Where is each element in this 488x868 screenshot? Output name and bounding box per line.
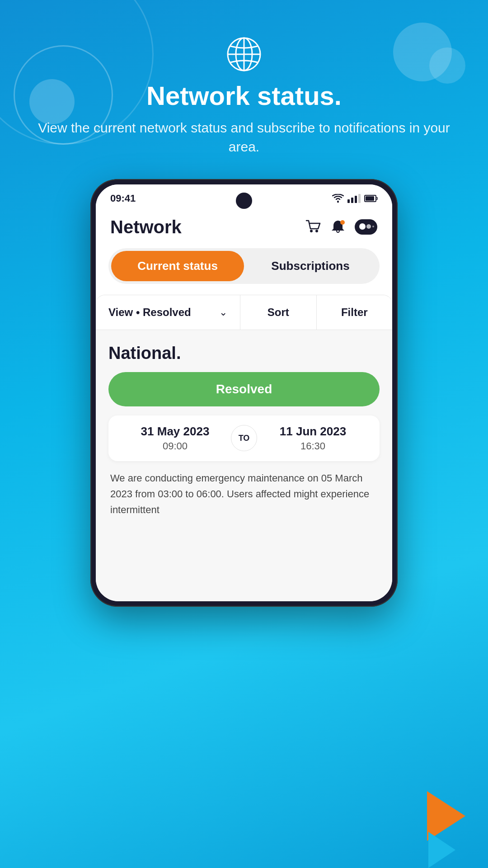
wifi-icon [332,194,344,203]
phone-container: 09:41 [0,179,488,607]
globe-icon [226,36,262,72]
signal-icon [347,194,361,203]
start-time: 09:00 [163,440,188,452]
svg-point-10 [341,221,344,224]
svg-rect-6 [366,196,374,201]
tab-switcher: Current status Subscriptions [96,248,392,295]
resolved-status-badge: Resolved [108,372,380,406]
start-date-block: 31 May 2023 09:00 [119,425,231,452]
cart-icon[interactable] [305,219,322,235]
status-time: 09:41 [110,193,136,204]
page-subtitle: View the current network status and subs… [0,118,488,156]
section-national-title: National. [108,344,380,363]
filter-chevron-icon: ⌄ [219,307,227,318]
header-section: Network status. View the current network… [0,0,488,175]
end-time: 16:30 [300,440,325,452]
svg-point-13 [366,224,371,229]
incident-description: We are conducting emergency maintenance … [108,470,380,518]
page-title: Network status. [0,81,488,110]
bell-icon[interactable] [330,219,346,235]
orange-arrow-icon [427,791,465,841]
svg-point-14 [372,226,374,227]
svg-point-4 [337,201,339,203]
tab-container: Current status Subscriptions [108,248,380,284]
svg-point-8 [315,230,318,232]
app-header-icons [305,219,378,235]
account-icon[interactable] [354,219,378,235]
content-area: National. Resolved 31 May 2023 09:00 TO … [96,330,392,601]
camera-notch [236,193,252,209]
battery-icon [364,194,378,203]
app-header: Network [96,208,392,248]
filter-bar: View • Resolved ⌄ Sort Filter [96,295,392,330]
end-date: 11 Jun 2023 [257,425,369,439]
phone-screen: 09:41 [96,184,392,601]
tab-current-status[interactable]: Current status [111,251,244,281]
app-title: Network [110,217,182,237]
status-icons [332,194,378,203]
start-date: 31 May 2023 [119,425,231,439]
view-label: View • Resolved [108,306,191,319]
svg-point-7 [310,230,313,232]
date-range-card: 31 May 2023 09:00 TO 11 Jun 2023 16:30 [108,415,380,461]
arrow-decoration [420,796,465,868]
to-separator: TO [231,425,257,451]
tab-subscriptions[interactable]: Subscriptions [244,251,377,281]
phone-frame: 09:41 [90,179,398,607]
status-bar: 09:41 [96,184,392,208]
filter-button[interactable]: Filter [317,295,393,330]
sort-button[interactable]: Sort [240,295,317,330]
blue-arrow-icon [428,832,455,868]
view-resolved-filter[interactable]: View • Resolved ⌄ [96,295,240,330]
svg-point-12 [359,223,366,230]
end-date-block: 11 Jun 2023 16:30 [257,425,369,452]
